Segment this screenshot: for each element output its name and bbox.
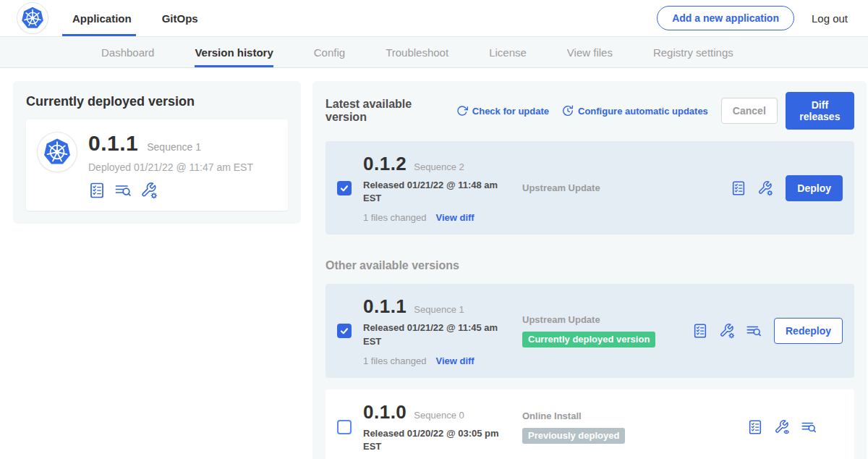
- previously-deployed-badge: Previously deployed: [522, 428, 625, 444]
- version-source-label: Online Install: [522, 410, 692, 421]
- tab-registry-settings[interactable]: Registry settings: [653, 37, 733, 67]
- preflight-checklist-icon[interactable]: [692, 323, 708, 339]
- config-wrench-gear-icon[interactable]: [140, 182, 158, 199]
- version-number: 0.1.2: [363, 153, 407, 175]
- check-for-update-link[interactable]: Check for update: [456, 105, 549, 117]
- app-kubernetes-icon: [38, 132, 77, 172]
- deployed-version-number: 0.1.1: [88, 131, 138, 156]
- tab-view-files[interactable]: View files: [567, 37, 613, 67]
- version-row-0-1-0: 0.1.0 Sequence 0 Released 01/20/22 @ 03:…: [326, 389, 854, 459]
- clock-refresh-icon: [562, 105, 574, 117]
- view-diff-link[interactable]: View diff: [435, 212, 474, 223]
- files-changed-label: 1 files changed: [363, 355, 426, 366]
- kubernetes-logo-icon: [17, 3, 48, 33]
- deployed-version-card: 0.1.1 Sequence 1 Deployed 01/21/22 @ 11:…: [26, 119, 288, 211]
- diff-releases-button[interactable]: Diff releases: [786, 92, 854, 130]
- deployed-card-title: Currently deployed version: [26, 94, 288, 109]
- latest-available-title: Latest available version: [326, 98, 443, 124]
- tab-version-history[interactable]: Version history: [195, 37, 273, 67]
- preflight-checklist-icon[interactable]: [731, 180, 746, 196]
- refresh-icon: [456, 105, 468, 117]
- version-checkbox[interactable]: [337, 324, 352, 338]
- check-for-update-label: Check for update: [472, 106, 549, 117]
- deploy-button[interactable]: Deploy: [786, 175, 843, 201]
- deploy-logs-search-icon[interactable]: [801, 419, 817, 435]
- preflight-checklist-icon[interactable]: [747, 419, 763, 435]
- tab-gitops[interactable]: GitOps: [159, 0, 201, 36]
- configure-automatic-updates-link[interactable]: Configure automatic updates: [562, 105, 708, 117]
- logout-button[interactable]: Log out: [812, 12, 851, 25]
- version-checkbox[interactable]: [337, 181, 352, 195]
- tab-troubleshoot[interactable]: Troubleshoot: [386, 37, 448, 67]
- version-history-panel: Latest available version Check for updat…: [312, 81, 867, 459]
- version-row-0-1-1: 0.1.1 Sequence 1 Released 01/21/22 @ 11:…: [326, 284, 854, 377]
- config-wrench-gear-icon[interactable]: [757, 180, 773, 196]
- sequence-label: Sequence 0: [414, 410, 464, 421]
- sequence-label: Sequence 2: [414, 161, 464, 172]
- tab-dashboard[interactable]: Dashboard: [101, 37, 154, 67]
- top-nav-tabs: Application GitOps: [69, 0, 201, 36]
- sequence-label: Sequence 1: [414, 304, 464, 315]
- checkmark-icon: [339, 182, 350, 194]
- version-source-label: Upstream Update: [522, 182, 692, 193]
- add-application-button[interactable]: Add a new application: [657, 6, 794, 30]
- currently-deployed-card: Currently deployed version 0.1.1 Sequenc…: [13, 81, 301, 224]
- released-timestamp: Released 01/21/22 @ 11:48 am EST: [363, 179, 514, 205]
- redeploy-button[interactable]: Redeploy: [774, 318, 843, 344]
- cancel-button[interactable]: Cancel: [721, 98, 778, 124]
- config-wrench-gear-icon[interactable]: [719, 323, 735, 339]
- view-diff-link[interactable]: View diff: [435, 355, 474, 366]
- deployed-timestamp: Deployed 01/21/22 @ 11:47 am EST: [88, 161, 253, 173]
- version-number: 0.1.1: [363, 295, 407, 318]
- other-versions-title: Other available versions: [326, 259, 854, 272]
- version-checkbox[interactable]: [337, 420, 352, 434]
- version-source-label: Upstream Update: [522, 314, 692, 325]
- tab-config[interactable]: Config: [314, 37, 345, 67]
- top-nav: Application GitOps Add a new application…: [0, 0, 868, 36]
- configure-updates-label: Configure automatic updates: [578, 106, 708, 117]
- preflight-checklist-icon[interactable]: [88, 182, 106, 199]
- deploy-logs-search-icon[interactable]: [746, 323, 762, 339]
- deploy-logs-search-icon[interactable]: [114, 182, 132, 199]
- files-changed-label: 1 files changed: [363, 212, 426, 223]
- released-timestamp: Released 01/21/22 @ 11:45 am EST: [363, 321, 514, 348]
- config-wrench-eye-icon[interactable]: [774, 419, 790, 435]
- version-number: 0.1.0: [363, 401, 407, 424]
- tab-license[interactable]: License: [489, 37, 527, 67]
- released-timestamp: Released 01/20/22 @ 03:05 pm EST: [363, 427, 514, 453]
- version-row-0-1-2: 0.1.2 Sequence 2 Released 01/21/22 @ 11:…: [326, 141, 854, 235]
- tab-application[interactable]: Application: [69, 0, 135, 36]
- checkmark-icon: [339, 325, 350, 337]
- deployed-sequence-label: Sequence 1: [147, 141, 201, 153]
- currently-deployed-badge: Currently deployed version: [522, 332, 655, 348]
- app-sub-nav: Dashboard Version history Config Trouble…: [0, 36, 868, 68]
